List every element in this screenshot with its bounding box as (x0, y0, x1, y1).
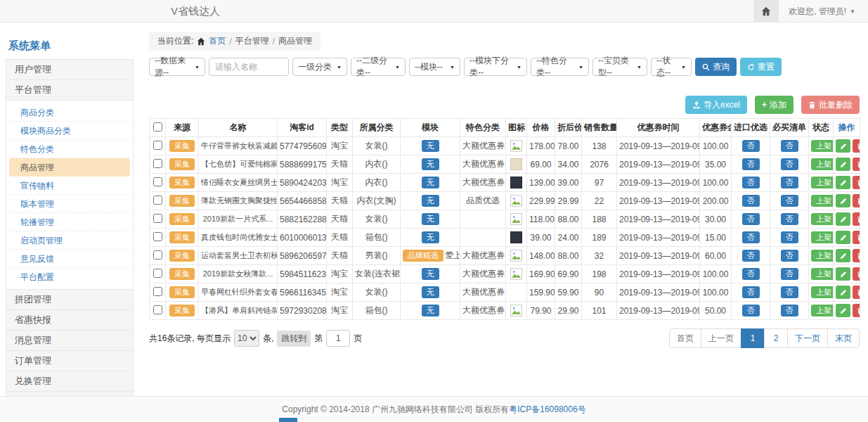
sidebar-item-订单管理[interactable]: 订单管理 (6, 350, 134, 371)
delete-button[interactable] (853, 231, 860, 244)
row-checkbox[interactable] (153, 305, 162, 314)
sidebar-subitem-商品分类[interactable]: 商品分类 (9, 103, 130, 122)
status-badge[interactable]: 上架 (811, 250, 834, 262)
edit-button[interactable] (836, 249, 850, 262)
must-buy-toggle[interactable]: 否 (781, 177, 798, 188)
filter-select[interactable]: --二级分类--▼ (351, 58, 406, 76)
sidebar-subitem-平台配置[interactable]: 平台配置 (9, 268, 130, 286)
sidebar-item-拼团管理[interactable]: 拼团管理 (6, 289, 134, 310)
edit-button[interactable] (836, 286, 850, 299)
icp-link[interactable]: 粤ICP备16098006号 (509, 404, 585, 416)
pager-button-首页[interactable]: 首页 (669, 328, 701, 348)
must-buy-toggle[interactable]: 否 (781, 268, 798, 280)
sidebar-subitem-轮播管理[interactable]: 轮播管理 (9, 213, 130, 231)
import-select-toggle[interactable]: 否 (742, 286, 760, 298)
delete-button[interactable] (853, 158, 860, 171)
status-badge[interactable]: 上架 (811, 140, 834, 152)
sidebar-item-省惠快报[interactable]: 省惠快报 (6, 309, 134, 331)
edit-button[interactable] (836, 176, 850, 189)
filter-select[interactable]: --状态--▼ (651, 58, 692, 76)
search-input[interactable] (209, 58, 289, 76)
status-badge[interactable]: 上架 (811, 231, 834, 243)
status-badge[interactable]: 上架 (811, 177, 834, 188)
sidebar-subitem-启动页管理[interactable]: 启动页管理 (9, 231, 130, 250)
pager-button-上一页[interactable]: 上一页 (701, 328, 741, 348)
row-checkbox[interactable] (153, 196, 162, 205)
sidebar-item-用户管理[interactable]: 用户管理 (6, 59, 134, 80)
sidebar-subitem-商品管理[interactable]: 商品管理 (9, 158, 130, 177)
must-buy-toggle[interactable]: 否 (781, 286, 798, 298)
must-buy-toggle[interactable]: 否 (781, 305, 798, 316)
page-number-input[interactable] (326, 330, 350, 347)
sidebar-item-消息管理[interactable]: 消息管理 (6, 330, 134, 351)
delete-button[interactable] (853, 212, 860, 226)
delete-button[interactable] (853, 286, 860, 299)
row-checkbox[interactable] (153, 214, 162, 223)
edit-button[interactable] (836, 194, 850, 207)
row-checkbox[interactable] (153, 232, 162, 241)
delete-button[interactable] (853, 304, 860, 317)
import-select-toggle[interactable]: 否 (742, 213, 760, 225)
sidebar-subitem-版本管理[interactable]: 版本管理 (9, 195, 130, 213)
must-buy-toggle[interactable]: 否 (781, 213, 798, 225)
pager-button-下一页[interactable]: 下一页 (787, 328, 828, 348)
pager-button-末页[interactable]: 末页 (827, 328, 860, 348)
import-select-toggle[interactable]: 否 (742, 250, 760, 262)
delete-button[interactable] (853, 176, 860, 189)
import-select-toggle[interactable]: 否 (742, 231, 760, 243)
import-select-toggle[interactable]: 否 (742, 268, 760, 280)
filter-select[interactable]: --模块--▼ (409, 58, 460, 76)
must-buy-toggle[interactable]: 否 (781, 140, 798, 152)
delete-button[interactable] (853, 194, 860, 207)
sidebar-subitem-特色分类[interactable]: 特色分类 (9, 140, 130, 158)
filter-select[interactable]: --模块下分类--▼ (464, 58, 527, 76)
user-menu[interactable]: 欢迎您, 管理员! ▼ (779, 6, 868, 18)
must-buy-toggle[interactable]: 否 (781, 158, 798, 170)
reset-button[interactable]: 重置 (740, 58, 782, 76)
row-checkbox[interactable] (153, 269, 162, 278)
select-all-checkbox[interactable] (153, 122, 162, 132)
filter-select[interactable]: --宝贝类型--▼ (592, 58, 647, 76)
edit-button[interactable] (836, 304, 850, 317)
row-checkbox[interactable] (153, 159, 162, 168)
sidebar-item-兑换管理[interactable]: 兑换管理 (6, 371, 134, 392)
sidebar-item-平台管理[interactable]: 平台管理 (6, 79, 134, 101)
must-buy-toggle[interactable]: 否 (781, 250, 798, 262)
import-select-toggle[interactable]: 否 (742, 158, 760, 170)
status-badge[interactable]: 上架 (811, 268, 834, 280)
sidebar-subitem-意见反馈[interactable]: 意见反馈 (9, 250, 130, 268)
status-badge[interactable]: 上架 (811, 158, 834, 170)
row-checkbox[interactable] (153, 141, 162, 150)
row-checkbox[interactable] (153, 287, 162, 296)
edit-button[interactable] (836, 139, 850, 153)
sidebar-item-统计管理[interactable]: 统计管理 (6, 391, 134, 396)
per-page-select[interactable]: 10 (234, 330, 259, 347)
import-excel-button[interactable]: 导入excel (685, 96, 747, 114)
edit-button[interactable] (836, 231, 850, 244)
import-select-toggle[interactable]: 否 (742, 305, 760, 316)
status-badge[interactable]: 上架 (811, 286, 834, 298)
status-badge[interactable]: 上架 (811, 195, 834, 207)
edit-button[interactable] (836, 212, 850, 226)
must-buy-toggle[interactable]: 否 (781, 231, 798, 243)
import-select-toggle[interactable]: 否 (742, 140, 760, 152)
pager-button-1[interactable]: 1 (741, 328, 765, 348)
search-button[interactable]: 查询 (695, 58, 737, 76)
delete-button[interactable] (853, 139, 860, 153)
jump-button[interactable]: 跳转到 (277, 331, 311, 347)
filter-select[interactable]: 一级分类▼ (292, 58, 347, 76)
pager-button-2[interactable]: 2 (764, 328, 788, 348)
status-badge[interactable]: 上架 (811, 213, 834, 225)
breadcrumb-home-link[interactable]: 首页 (209, 35, 226, 47)
sidebar-subitem-模块商品分类[interactable]: 模块商品分类 (9, 122, 130, 140)
status-badge[interactable]: 上架 (811, 305, 834, 316)
home-button[interactable] (753, 0, 779, 23)
filter-select[interactable]: --数据来源--▼ (149, 58, 205, 76)
row-checkbox[interactable] (153, 177, 162, 186)
delete-button[interactable] (853, 249, 860, 262)
must-buy-toggle[interactable]: 否 (781, 195, 798, 207)
import-select-toggle[interactable]: 否 (742, 177, 760, 188)
filter-select[interactable]: --特色分类--▼ (531, 58, 589, 76)
delete-button[interactable] (853, 267, 860, 281)
row-checkbox[interactable] (153, 250, 162, 260)
